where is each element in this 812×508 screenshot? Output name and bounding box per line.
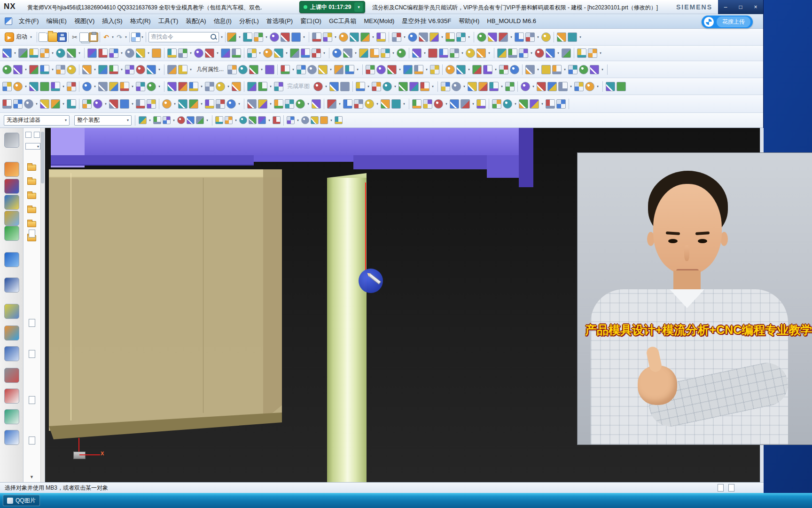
toolbar-icon[interactable] (274, 48, 283, 58)
toolbar-icon[interactable] (178, 99, 187, 109)
toolbar-icon[interactable] (51, 82, 60, 91)
toolbar-icon[interactable] (189, 82, 198, 91)
toolbar-icon[interactable] (187, 116, 195, 124)
constraint-navigator-icon[interactable] (4, 179, 19, 194)
chevron-down-icon[interactable]: ▾ (200, 102, 203, 106)
upload-button[interactable]: 花搜上传 (717, 16, 750, 27)
toolbar-icon[interactable] (383, 82, 392, 91)
chevron-down-icon[interactable]: ▾ (78, 51, 81, 55)
history-icon[interactable] (4, 304, 19, 319)
toolbar-icon[interactable] (392, 32, 401, 42)
toolbar-icon[interactable] (329, 82, 339, 91)
toolbar-icon[interactable] (590, 65, 599, 74)
menu-item-2[interactable]: 编辑(E) (43, 14, 70, 28)
chevron-down-icon[interactable]: ▾ (157, 68, 161, 71)
chevron-down-icon[interactable]: ▾ (540, 102, 544, 106)
palette-icon[interactable] (4, 325, 19, 341)
chevron-down-icon[interactable]: ▾ (269, 85, 273, 88)
chevron-down-icon[interactable]: ▾ (189, 51, 193, 55)
chevron-down-icon[interactable]: ▾ (267, 119, 271, 122)
toolbar-icon[interactable] (547, 82, 557, 91)
undo-icon[interactable]: ↶ (102, 32, 111, 42)
toolbar-icon[interactable] (339, 32, 348, 42)
mold-plate-right-face[interactable] (519, 128, 533, 187)
menu-item-14[interactable]: 星空外挂 V6.935F (398, 14, 455, 28)
toolbar-icon[interactable] (232, 82, 241, 91)
toolbar-icon[interactable] (312, 99, 321, 109)
toolbar-icon[interactable] (136, 48, 145, 58)
toolbar-icon[interactable] (311, 116, 319, 124)
toolbar-icon[interactable] (147, 82, 156, 91)
chevron-down-icon[interactable]: ▾ (260, 68, 264, 71)
toolbar-icon[interactable] (125, 48, 134, 58)
toolbar-icon[interactable] (472, 65, 482, 74)
toolbar-icon[interactable] (2, 65, 12, 74)
folder-icon[interactable] (27, 207, 36, 213)
toolbar-icon[interactable] (109, 99, 118, 109)
toolbar-icon[interactable] (93, 99, 102, 109)
chevron-down-icon[interactable]: ▾ (24, 68, 28, 71)
toolbar-icon[interactable] (67, 65, 76, 74)
toolbar-icon[interactable] (98, 65, 108, 74)
toolbar-icon[interactable] (508, 48, 517, 58)
toolbar-icon[interactable] (343, 99, 352, 109)
chevron-down-icon[interactable]: ▾ (189, 68, 193, 71)
chevron-down-icon[interactable]: ▾ (403, 35, 406, 39)
chevron-down-icon[interactable]: ▾ (467, 35, 471, 39)
chevron-down-icon[interactable]: ▾ (393, 85, 397, 88)
toolbar-icon[interactable] (239, 116, 247, 124)
chevron-down-icon[interactable]: ▾ (157, 85, 161, 88)
chevron-down-icon[interactable]: ▾ (354, 51, 358, 55)
toolbar-icon[interactable] (366, 65, 375, 74)
toolbar-icon[interactable] (40, 82, 49, 91)
chevron-down-icon[interactable]: ▾ (216, 51, 219, 55)
chevron-down-icon[interactable]: ▾ (131, 102, 134, 106)
toolbar-icon[interactable] (350, 32, 359, 42)
toolbar-icon[interactable] (2, 99, 12, 109)
chevron-down-icon[interactable]: ▾ (220, 35, 224, 39)
chevron-down-icon[interactable]: ▾ (375, 102, 379, 106)
chevron-down-icon[interactable]: ▾ (461, 51, 464, 55)
toolbar-icon[interactable] (519, 99, 528, 109)
toolbar-icon[interactable] (530, 99, 539, 109)
chevron-down-icon[interactable]: ▾ (265, 35, 268, 39)
toolbar-icon[interactable] (397, 48, 406, 58)
toolbar-icon[interactable] (434, 99, 443, 109)
toolbar-icon[interactable] (574, 82, 584, 91)
chevron-down-icon[interactable]: ▾ (200, 85, 203, 88)
menu-item-9[interactable]: 分析(L) (235, 14, 263, 28)
minimize-button[interactable]: – (719, 2, 732, 12)
toolbar-icon[interactable] (290, 48, 299, 58)
menu-item-6[interactable]: 工具(T) (155, 14, 182, 28)
toolbar-icon[interactable] (419, 32, 428, 42)
toolbar-icon[interactable] (162, 99, 172, 109)
toolbar-icon[interactable] (335, 116, 343, 124)
toolbar-icon[interactable] (312, 48, 321, 58)
menu-item-3[interactable]: 视图(V) (70, 14, 98, 28)
chevron-down-icon[interactable]: ▾ (329, 68, 333, 71)
chevron-down-icon[interactable]: ▾ (62, 102, 65, 106)
menu-item-11[interactable]: 窗口(O) (297, 14, 325, 28)
chevron-down-icon[interactable]: ▾ (285, 51, 289, 55)
selection-scope-dropdown[interactable]: 整个装配 ▾ (74, 115, 132, 126)
toolbar-icon[interactable] (499, 65, 508, 74)
menu-item-13[interactable]: MEX(Mold) (360, 14, 398, 28)
toolbar-icon[interactable] (557, 32, 566, 42)
toolbar-icon[interactable] (334, 65, 344, 74)
toolbar-icon[interactable] (13, 99, 23, 109)
toolbar-icon[interactable] (82, 82, 92, 91)
toolbar-icon[interactable] (497, 48, 507, 58)
toolbar-icon[interactable] (354, 99, 363, 109)
process-studio-icon[interactable] (4, 409, 19, 424)
chevron-down-icon[interactable]: ▾ (173, 102, 177, 106)
toolbar-icon[interactable] (67, 99, 76, 109)
toolbar-icon[interactable] (189, 99, 198, 109)
toolbar-icon[interactable] (163, 116, 171, 124)
toolbar-icon[interactable] (452, 82, 461, 91)
toolbar-icon[interactable] (356, 82, 365, 91)
document-node-icon[interactable] (29, 319, 35, 327)
toolbar-icon[interactable] (345, 65, 354, 74)
toolbar-icon[interactable] (29, 82, 39, 91)
toolbar-icon[interactable] (67, 48, 76, 58)
chevron-down-icon[interactable]: ▾ (93, 85, 97, 88)
